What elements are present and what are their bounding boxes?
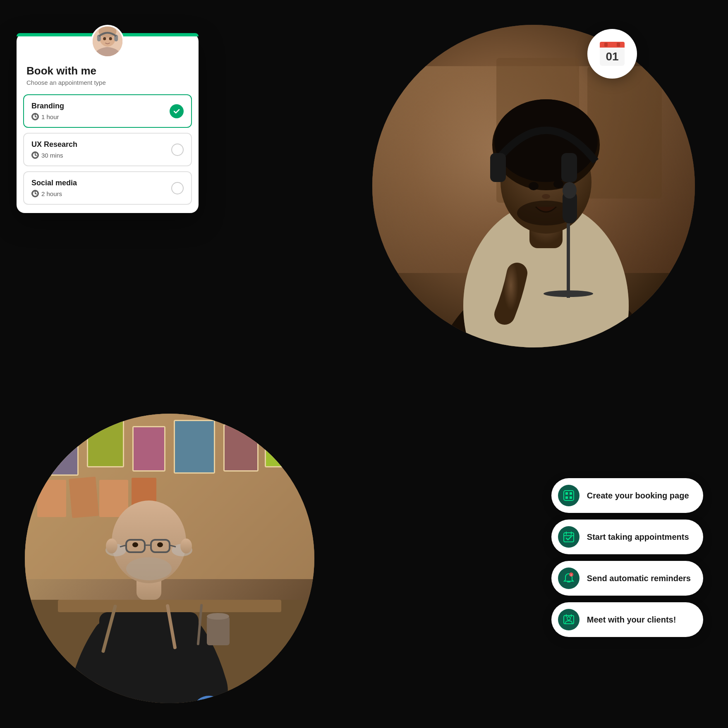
svg-rect-28 [88, 419, 123, 466]
avatar-image [93, 26, 122, 56]
appt-info-branding: Branding 1 hour [31, 102, 64, 120]
appt-duration-ux-research: 30 mins [31, 151, 77, 159]
appt-name-social-media: Social media [31, 179, 77, 187]
appointment-item-branding[interactable]: Branding 1 hour [23, 94, 192, 128]
clock-icon-branding [31, 113, 39, 120]
cal-ring-right [617, 43, 620, 47]
svg-point-59 [126, 557, 172, 580]
appointment-item-ux-research[interactable]: UX Research 30 mins [23, 133, 192, 166]
calendar-body: 01 [600, 48, 625, 66]
svg-rect-34 [175, 421, 214, 472]
appointment-list: Branding 1 hour [17, 94, 199, 205]
svg-rect-89 [570, 496, 572, 499]
svg-point-10 [494, 99, 598, 182]
svg-point-61 [180, 539, 192, 553]
appointment-item-social-media[interactable]: Social media 2 hours [23, 171, 192, 205]
feature-pill-meet-clients: Meet with your clients! [551, 602, 703, 637]
svg-point-76 [33, 114, 38, 119]
svg-rect-88 [565, 496, 568, 499]
svg-point-62 [74, 696, 103, 703]
svg-rect-67 [207, 616, 230, 645]
svg-rect-39 [266, 427, 305, 466]
calendar-inner: 01 [600, 42, 625, 66]
svg-rect-25 [38, 423, 77, 474]
svg-rect-87 [570, 492, 572, 495]
feature-pill-reminders: ! Send automatic reminders [551, 561, 703, 596]
svg-rect-19 [567, 223, 570, 298]
booking-card: Book with me Choose an appointment type … [17, 33, 199, 213]
avatar-wrapper [17, 25, 199, 58]
svg-point-98 [567, 617, 570, 620]
appt-info-social-media: Social media 2 hours [31, 179, 77, 197]
check-icon-branding [170, 104, 184, 118]
pill-text-create-booking: Create your booking page [587, 491, 689, 500]
svg-point-13 [529, 182, 539, 190]
clock-icon-ux-research [31, 151, 39, 159]
svg-point-18 [563, 182, 577, 199]
feature-pills-container: Create your booking page Start taking ap… [551, 478, 703, 637]
feature-pill-appointments: Start taking appointments [551, 520, 703, 554]
svg-line-81 [35, 155, 36, 156]
calendar-badge: 01 [587, 29, 637, 79]
pill-text-reminders: Send automatic reminders [587, 574, 691, 583]
svg-point-58 [157, 542, 163, 547]
pill-text-meet-clients: Meet with your clients! [587, 615, 676, 625]
appt-duration-social-media: 2 hours [31, 190, 77, 197]
pill-icon-appointments [558, 526, 580, 548]
svg-line-78 [35, 117, 36, 117]
appt-duration-text-social: 2 hours [41, 190, 62, 197]
svg-point-79 [33, 153, 38, 158]
appt-duration-text-ux: 30 mins [41, 152, 63, 159]
svg-text:!: ! [571, 574, 572, 577]
svg-rect-11 [490, 153, 506, 182]
pill-icon-reminders: ! [558, 568, 580, 589]
svg-rect-31 [134, 427, 164, 470]
appt-name-branding: Branding [31, 102, 64, 110]
card-title: Book with me [17, 65, 199, 77]
svg-rect-3 [587, 66, 662, 199]
svg-line-84 [35, 194, 36, 194]
svg-rect-85 [564, 491, 574, 500]
cal-ring-left [604, 43, 608, 47]
svg-point-15 [542, 194, 550, 199]
artist-circle [25, 414, 314, 703]
svg-rect-86 [565, 492, 568, 495]
pill-text-appointments: Start taking appointments [587, 532, 689, 542]
radio-ux-research[interactable] [171, 144, 184, 156]
podcast-circle [372, 25, 695, 347]
feature-pill-create-booking: Create your booking page [551, 478, 703, 513]
svg-rect-41 [69, 477, 99, 518]
svg-rect-37 [225, 425, 257, 470]
svg-point-82 [33, 191, 38, 196]
pill-icon-create-booking [558, 485, 580, 506]
svg-rect-90 [564, 533, 574, 542]
artist-illustration [25, 414, 314, 703]
calendar-day: 01 [606, 50, 618, 63]
svg-point-57 [132, 542, 138, 547]
pill-icon-meet-clients [558, 609, 580, 630]
podcast-illustration [372, 25, 695, 347]
svg-rect-40 [37, 480, 66, 517]
radio-social-media[interactable] [171, 182, 184, 194]
appt-info-ux-research: UX Research 30 mins [31, 140, 77, 159]
appt-duration-text-branding: 1 hour [41, 113, 59, 120]
svg-point-20 [544, 290, 593, 297]
svg-point-60 [106, 539, 117, 553]
calendar-top [600, 42, 625, 48]
appt-duration-branding: 1 hour [31, 113, 64, 120]
svg-rect-12 [561, 153, 577, 182]
clock-icon-social-media [31, 190, 39, 197]
avatar [91, 25, 124, 58]
card-subtitle: Choose an appointment type [17, 79, 199, 86]
svg-point-68 [207, 613, 229, 620]
svg-point-14 [553, 180, 563, 188]
appt-name-ux-research: UX Research [31, 140, 77, 149]
